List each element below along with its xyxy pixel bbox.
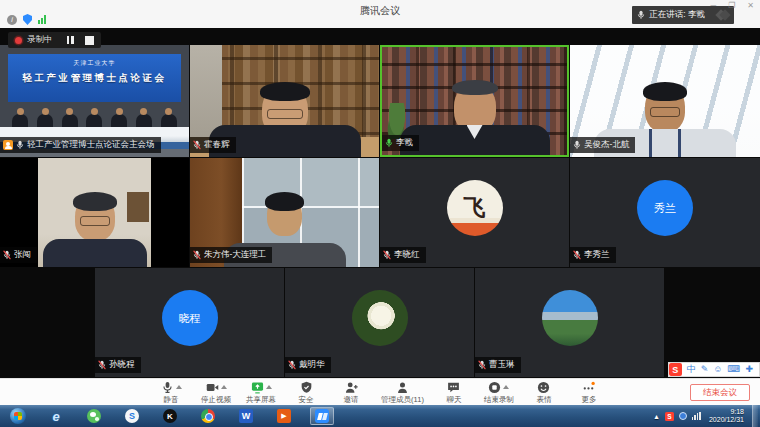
- taskbar-wechat[interactable]: [82, 407, 106, 425]
- video-tile-daiminghua[interactable]: 戴明华: [285, 268, 474, 377]
- mic-muted-icon: [383, 250, 391, 260]
- tencent-meeting-icon: [315, 409, 329, 423]
- show-desktop-button[interactable]: [752, 405, 758, 427]
- minimize-button[interactable]: ─: [708, 0, 718, 11]
- recording-bar: 录制中: [8, 32, 101, 48]
- video-tile-sunxiaocheng[interactable]: 晓程 孙晓程: [95, 268, 284, 377]
- video-tile-zhangchuang[interactable]: 张闯: [0, 158, 189, 267]
- toolbox-icon[interactable]: ✚: [745, 363, 753, 376]
- video-tile-huochunhui[interactable]: 霍春辉: [190, 45, 379, 157]
- person-silhouette: [30, 195, 160, 267]
- participant-name-label: 轻工产业管理博士点论证会主会场: [0, 137, 161, 153]
- members-icon: [396, 381, 409, 394]
- person-silhouette: [410, 83, 540, 155]
- tray-sogou-icon[interactable]: S: [665, 412, 674, 421]
- video-tile-lixiaohong[interactable]: 飞 李晓红: [380, 158, 569, 267]
- wechat-icon: [87, 409, 101, 423]
- avatar: [352, 290, 408, 346]
- camera-icon: [206, 381, 219, 394]
- invite-button[interactable]: 邀请: [336, 381, 366, 405]
- manage-members-button[interactable]: 管理成员(11): [381, 381, 424, 405]
- participant-name-label: 李秀兰: [570, 247, 616, 263]
- hidden-icons-button[interactable]: ▲: [653, 413, 660, 420]
- security-shield-icon[interactable]: [23, 14, 32, 25]
- tencent-meeting-window: i 腾讯会议 正在讲话: 李戬 ─ ❐ ✕ 录制中 天津工业大学: [0, 0, 760, 427]
- video-tile-wujunjie[interactable]: 吴俊杰-北航: [570, 45, 760, 157]
- taskbar-clock[interactable]: 9:18 2020/12/31: [709, 408, 744, 425]
- venue-banner: 天津工业大学 轻工产业管理博士点论证会: [8, 54, 181, 102]
- window-title: 腾讯会议: [360, 4, 400, 18]
- video-tile-main-venue[interactable]: 天津工业大学 轻工产业管理博士点论证会 轻工产业管理博士点论证会主会场: [0, 45, 189, 157]
- venue-attendees: [0, 99, 189, 127]
- mic-muted-icon: [573, 250, 581, 260]
- avatar: 晓程: [162, 290, 218, 346]
- security-button[interactable]: 安全: [291, 381, 321, 405]
- video-tile-zhufangwei[interactable]: 朱方伟-大连理工: [190, 158, 379, 267]
- share-screen-button[interactable]: 共享屏幕: [246, 381, 276, 405]
- mute-button[interactable]: 静音: [156, 381, 186, 405]
- recording-dot-icon: [15, 37, 22, 44]
- chevron-up-icon[interactable]: [266, 385, 272, 389]
- emoji-picker-icon[interactable]: ☺: [713, 363, 722, 376]
- reactions-button[interactable]: 表情: [529, 381, 559, 405]
- handwriting-icon[interactable]: ✎: [701, 363, 709, 376]
- share-screen-icon: [251, 381, 264, 394]
- network-icon[interactable]: [692, 412, 701, 420]
- avatar: 飞: [447, 180, 503, 236]
- video-tile-caoyulin[interactable]: 曹玉琳: [475, 268, 664, 377]
- taskbar-chrome[interactable]: [196, 407, 220, 425]
- start-button[interactable]: [6, 407, 30, 425]
- mic-on-icon: [573, 140, 581, 150]
- venue-banner-title: 轻工产业管理博士点论证会: [8, 72, 181, 85]
- close-button[interactable]: ✕: [745, 0, 756, 11]
- taskbar-wps-writer[interactable]: W: [234, 407, 258, 425]
- participant-name-label: 吴俊杰-北航: [570, 137, 635, 153]
- stop-video-button[interactable]: 停止视频: [201, 381, 231, 405]
- chevron-up-icon[interactable]: [221, 385, 227, 389]
- sogou-ime-logo[interactable]: S: [669, 363, 682, 376]
- person-silhouette: [220, 85, 350, 157]
- participant-name-label: 霍春辉: [190, 137, 236, 153]
- meeting-info-icon[interactable]: i: [7, 15, 17, 25]
- chinese-mode-icon[interactable]: 中: [687, 363, 696, 376]
- stop-recording-button[interactable]: [85, 36, 94, 45]
- chrome-icon: [201, 409, 215, 423]
- tencent-meeting-logo: [717, 11, 729, 19]
- windows-logo-icon: [10, 408, 26, 424]
- pause-recording-button[interactable]: [65, 34, 76, 46]
- participant-name-label: 曹玉琳: [475, 357, 521, 373]
- network-signal-icon: [38, 15, 46, 24]
- chevron-up-icon[interactable]: [503, 385, 509, 389]
- taskbar-video-app[interactable]: ▶: [272, 407, 296, 425]
- taskbar-app-k[interactable]: K: [158, 407, 182, 425]
- chevron-up-icon[interactable]: [176, 385, 182, 389]
- taskbar-tencent-meeting-active[interactable]: [310, 407, 334, 425]
- invite-person-icon: [345, 381, 358, 394]
- maximize-button[interactable]: ❐: [726, 0, 737, 11]
- venue-university-name: 天津工业大学: [8, 59, 181, 68]
- participant-name-label: 朱方伟-大连理工: [190, 247, 272, 263]
- chat-button[interactable]: 聊天: [439, 381, 469, 405]
- taskbar-internet-explorer[interactable]: e: [44, 407, 68, 425]
- soft-keyboard-icon[interactable]: ⌨: [727, 363, 740, 376]
- mic-icon: [161, 381, 174, 394]
- end-meeting-button[interactable]: 结束会议: [690, 384, 750, 401]
- mic-muted-icon: [288, 360, 296, 370]
- more-button[interactable]: 更多: [574, 381, 604, 405]
- system-tray: ▲ S 9:18 2020/12/31: [653, 405, 760, 427]
- speaking-text: 正在讲话: 李戬: [649, 9, 705, 21]
- mic-icon: [637, 10, 645, 20]
- mic-on-icon: [16, 140, 24, 150]
- mic-muted-icon: [478, 360, 486, 370]
- video-tile-lijian-speaking[interactable]: 李戬: [380, 45, 569, 157]
- meeting-toolbar: 静音 停止视频 共享屏幕 安全 邀请 管理成员(11): [0, 378, 760, 405]
- mic-active-icon: [385, 138, 393, 148]
- end-recording-button[interactable]: 结束录制: [484, 381, 514, 405]
- tray-app-icon[interactable]: [679, 412, 687, 420]
- host-icon: [3, 140, 13, 150]
- mic-muted-icon: [98, 360, 106, 370]
- video-grid: 录制中 天津工业大学 轻工产业管理博士点论证会 轻工产业管理博士点论证会主会场: [0, 28, 760, 378]
- video-tile-lixiulan[interactable]: 秀兰 李秀兰: [570, 158, 760, 267]
- taskbar-sogou-browser[interactable]: S: [120, 407, 144, 425]
- mic-muted-icon: [3, 250, 11, 260]
